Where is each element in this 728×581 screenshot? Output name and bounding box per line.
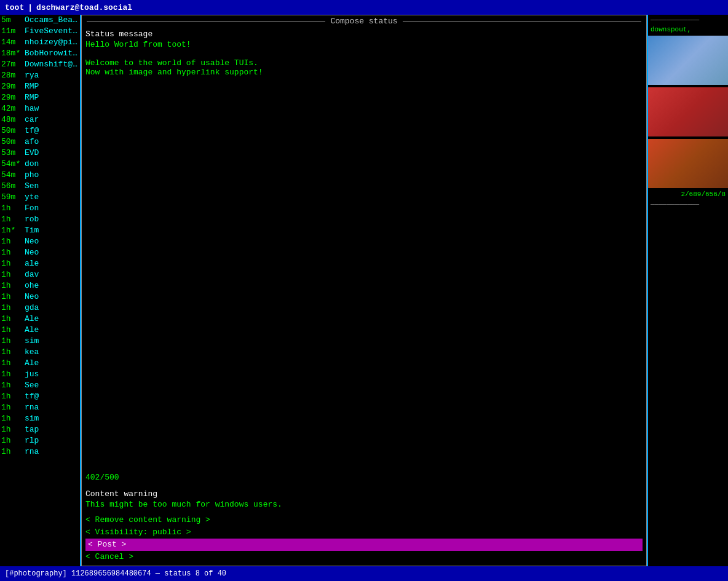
feed-user: ale [25, 258, 39, 269]
list-item[interactable]: 53mEVD [0, 148, 80, 159]
list-item[interactable]: 29mRMP [0, 81, 80, 92]
compose-modal: Compose status Status message 402/500 Co… [81, 15, 647, 566]
feed-user: rlp [25, 435, 39, 446]
compose-content: Status message 402/500 Content warning T… [82, 27, 646, 566]
feed-time: 1h [1, 291, 25, 302]
content-warning-section: Content warning This might be too much f… [85, 489, 643, 509]
list-item[interactable]: 29mRMP [0, 92, 80, 103]
feed-time: 1h [1, 391, 25, 402]
feed-time: 1h [1, 369, 25, 380]
feed-user: Neo [25, 291, 39, 302]
feed-user: rya [25, 70, 39, 81]
list-item[interactable]: 18m*BobHorowitz@sfba.social [0, 48, 80, 59]
middle-panel: Randall Perkinson Photography RMPerkinso… [80, 15, 648, 566]
feed-user: See [25, 380, 39, 391]
list-item[interactable]: 5mOccams_Beard@sunny.garden [0, 15, 80, 26]
list-item[interactable]: 59myte [0, 192, 80, 203]
image-block-blue [648, 36, 728, 85]
remove-cw-button[interactable]: < Remove content warning > [85, 514, 643, 526]
feed-user: FiveSeventeen@bahn.social [25, 26, 79, 37]
feed-user: yte [25, 192, 39, 203]
post-button[interactable]: < Post > [85, 539, 643, 551]
list-item[interactable]: 1hsim [0, 336, 80, 347]
feed-user: sim [25, 413, 39, 424]
list-item[interactable]: 1hNeo [0, 247, 80, 258]
feed-user: nhoizey@pixelfed.social [25, 37, 79, 48]
list-item[interactable]: 11mFiveSeventeen@bahn.social [0, 26, 80, 37]
list-item[interactable]: 14mnhoizey@pixelfed.social [0, 37, 80, 48]
feed-user: Sen [25, 181, 39, 192]
list-item[interactable]: 48mcar [0, 114, 80, 125]
list-item[interactable]: 54m*don [0, 159, 80, 170]
feed-time: 59m [1, 192, 25, 203]
feed-time: 1h [1, 347, 25, 358]
list-item[interactable]: 54mpho [0, 170, 80, 181]
list-item[interactable]: 1hkea [0, 347, 80, 358]
feed-time: 11m [1, 26, 25, 37]
feed-user: EVD [25, 148, 39, 159]
feed-user: car [25, 114, 39, 125]
feed-user: tap [25, 424, 39, 435]
list-item[interactable]: 1hgda [0, 302, 80, 314]
feed-time: 1h [1, 214, 25, 225]
list-item[interactable]: 1htap [0, 424, 80, 435]
visibility-button[interactable]: < Visibility: public > [85, 526, 643, 539]
feed-user: Ale [25, 325, 39, 336]
feed-time: 54m* [1, 159, 25, 170]
feed-user: dav [25, 269, 39, 280]
list-item[interactable]: 1hNeo [0, 291, 80, 302]
list-item[interactable]: 1hAle [0, 314, 80, 325]
feed-time: 1h [1, 258, 25, 269]
feed-time: 1h [1, 402, 25, 413]
list-item[interactable]: 1hale [0, 258, 80, 269]
cancel-button[interactable]: < Cancel > [85, 551, 643, 563]
list-item[interactable]: 28mrya [0, 70, 80, 81]
image-block-red2 [648, 139, 728, 188]
list-item[interactable]: 27mDownshift@mstdn.ca [0, 59, 80, 70]
char-count: 402/500 [85, 473, 643, 482]
list-item[interactable]: 1hrna [0, 446, 80, 457]
list-item[interactable]: 1hrna [0, 402, 80, 413]
feed-user: jus [25, 369, 39, 380]
feed-user: RMP [25, 81, 39, 92]
feed-user: kea [25, 347, 39, 358]
status-message-label: Status message [85, 30, 643, 39]
list-item[interactable]: 1hrob [0, 214, 80, 225]
feed-user: Neo [25, 236, 39, 247]
feed-user: pho [25, 170, 39, 181]
status-text-input[interactable] [85, 40, 643, 472]
feed-time: 1h [1, 424, 25, 435]
list-item[interactable]: 1hSee [0, 380, 80, 391]
feed-user: ohe [25, 280, 39, 291]
list-item[interactable]: 1hFon [0, 203, 80, 214]
list-item[interactable]: 56mSen [0, 181, 80, 192]
list-item[interactable]: 1hNeo [0, 236, 80, 247]
list-item[interactable]: 1hAle [0, 325, 80, 336]
feed-user: Tim [25, 225, 39, 236]
list-item[interactable]: 1hohe [0, 280, 80, 291]
list-item[interactable]: 1hsim [0, 413, 80, 424]
list-item[interactable]: 1hAle [0, 358, 80, 369]
feed-time: 53m [1, 148, 25, 159]
feed-time: 1h [1, 358, 25, 369]
list-item[interactable]: 1h*Tim [0, 225, 80, 236]
feed-time: 1h [1, 247, 25, 258]
list-item[interactable]: 42mhaw [0, 103, 80, 114]
list-item[interactable]: 50mafo [0, 136, 80, 148]
feed-user: rna [25, 402, 39, 413]
list-item[interactable]: 1hjus [0, 369, 80, 380]
list-item[interactable]: 1hrlp [0, 435, 80, 446]
list-item[interactable]: 50mtf@ [0, 125, 80, 136]
image-block-red1 [648, 87, 728, 136]
right-trailing-text: downspout, [648, 25, 728, 34]
feed-user: Fon [25, 203, 39, 214]
list-item[interactable]: 1hdav [0, 269, 80, 280]
feed-time: 1h [1, 413, 25, 424]
right-panel: ———————————— downspout, 2/689/656/8 ————… [648, 15, 728, 566]
feed-time: 18m* [1, 48, 25, 59]
list-item[interactable]: 1htf@ [0, 391, 80, 402]
cw-label: Content warning [85, 489, 643, 499]
feed-user: Ale [25, 358, 39, 369]
title-line-right [403, 21, 641, 22]
feed-user: Neo [25, 247, 39, 258]
